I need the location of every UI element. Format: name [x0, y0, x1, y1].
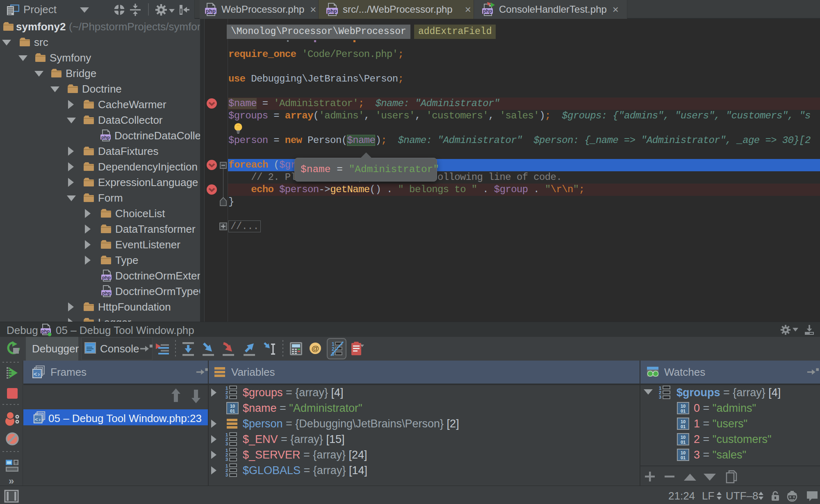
svg-text:10: 10 [681, 450, 686, 455]
svg-text:01: 01 [681, 440, 686, 445]
svg-text:php: php [41, 329, 50, 334]
svg-text:php: php [327, 8, 337, 14]
svg-text:php: php [102, 275, 111, 280]
svg-text:@: @ [312, 344, 319, 353]
svg-text:01: 01 [681, 424, 686, 429]
svg-text:10: 10 [681, 435, 686, 440]
svg-text:php: php [101, 135, 110, 140]
svg-text:php: php [102, 291, 111, 295]
svg-text:3: 3 [659, 395, 661, 400]
svg-text:php: php [483, 8, 492, 14]
svg-text:<›: <› [34, 371, 41, 378]
svg-text:php: php [206, 8, 216, 14]
svg-text:10: 10 [681, 404, 686, 409]
svg-text:01: 01 [681, 455, 686, 460]
svg-text:10: 10 [681, 419, 686, 424]
svg-text:01: 01 [681, 409, 686, 413]
